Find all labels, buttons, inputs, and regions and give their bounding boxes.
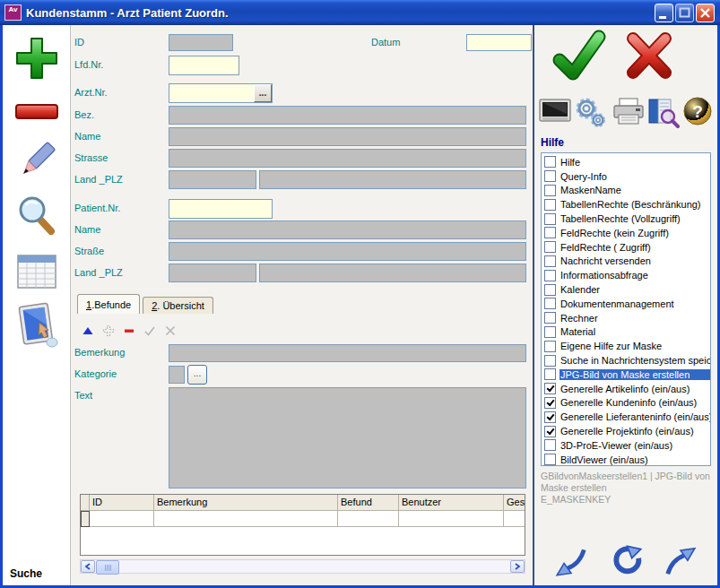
cancel-button-large[interactable] <box>622 30 676 82</box>
navigate-back-button[interactable] <box>554 543 588 579</box>
delete-record-button[interactable] <box>3 99 70 125</box>
checkbox[interactable] <box>544 227 556 238</box>
grid-column-header[interactable]: Benutzer <box>399 495 504 511</box>
grid-row-selector[interactable] <box>81 511 90 527</box>
checkbox[interactable] <box>544 341 556 352</box>
grid-cell[interactable] <box>504 511 525 527</box>
checkbox[interactable] <box>544 426 556 437</box>
grid-column-header[interactable]: Befund <box>338 495 399 511</box>
help-item[interactable]: FeldRechte ( Zugriff) <box>542 240 710 255</box>
help-item[interactable]: BildViewer (ein/aus) <box>542 453 710 466</box>
help-item[interactable]: Nachricht versenden <box>542 255 710 269</box>
checkbox[interactable] <box>544 312 556 324</box>
scrollbar-thumb[interactable] <box>96 560 119 575</box>
checkbox[interactable] <box>544 170 556 182</box>
kategorie-lookup-button[interactable]: ... <box>187 365 207 385</box>
patient-strasse-label: Straße <box>74 246 104 256</box>
grid-cell[interactable] <box>338 511 399 527</box>
help-item[interactable]: Kalender <box>542 282 710 297</box>
add-record-button[interactable] <box>3 34 70 82</box>
checkbox[interactable] <box>544 355 556 367</box>
app-icon-text: Av <box>9 5 18 13</box>
list-view-button[interactable] <box>3 250 70 293</box>
minimize-button[interactable] <box>655 4 673 22</box>
help-icon: ? <box>681 95 714 127</box>
grid-cell[interactable] <box>90 511 154 527</box>
checkbox[interactable] <box>544 199 556 211</box>
grid-cell[interactable] <box>154 511 338 527</box>
help-item[interactable]: Generelle Kundeninfo (ein/aus) <box>542 396 710 411</box>
edit-record-button[interactable] <box>3 138 70 183</box>
help-item[interactable]: 3D-ProE-Viewer (ein/aus) <box>542 438 710 453</box>
arzt-land-plz-label: Land _PLZ <box>74 174 123 185</box>
help-item[interactable]: Query-Info <box>542 169 710 184</box>
checkbox[interactable] <box>544 255 556 267</box>
checkbox[interactable] <box>544 213 556 225</box>
checkbox[interactable] <box>544 454 556 465</box>
checkbox[interactable] <box>544 270 556 281</box>
help-item[interactable]: Dokumentenmanagement <box>542 297 710 311</box>
grid-column-header[interactable]: Bemerkung <box>154 495 338 511</box>
scroll-left-button[interactable] <box>81 560 95 573</box>
checkbox[interactable] <box>544 383 556 394</box>
refresh-button[interactable] <box>608 543 644 579</box>
help-item[interactable]: TabellenRechte (Beschränkung) <box>542 197 710 212</box>
screen-button[interactable] <box>538 97 572 127</box>
lfdnr-field[interactable] <box>169 56 239 75</box>
title-bar[interactable]: Av Kundenstamm - Arzt Patient Zuordn. <box>0 0 720 25</box>
arrow-forward-icon <box>664 544 698 578</box>
checkbox[interactable] <box>544 284 556 296</box>
close-button[interactable] <box>696 4 715 22</box>
delete-row-button[interactable] <box>123 324 135 337</box>
checkbox[interactable] <box>544 298 556 309</box>
scrollbar-track[interactable] <box>119 560 510 573</box>
help-item[interactable]: Rechner <box>542 311 710 325</box>
tab-uebersicht[interactable]: 2. Übersicht <box>143 297 213 314</box>
checkbox[interactable] <box>544 368 556 380</box>
search-record-button[interactable] <box>3 194 70 238</box>
help-item[interactable]: JPG-Bild von Maske erstellen <box>542 368 710 382</box>
tab-befunde[interactable]: 1.Befunde <box>77 294 140 314</box>
scroll-right-button[interactable] <box>510 560 525 573</box>
help-item[interactable]: Eigene Hilfe zur Maske <box>542 339 710 353</box>
checkbox[interactable] <box>544 185 556 196</box>
patientnr-field[interactable] <box>169 200 272 218</box>
checkbox[interactable] <box>544 326 556 338</box>
help-item[interactable]: FeldRechte (kein Zugriff) <box>542 226 710 240</box>
print-button[interactable] <box>612 97 646 127</box>
right-panel: ? Hilfe HilfeQuery-InfoMaskenNameTabelle… <box>533 25 717 585</box>
grid-horizontal-scrollbar[interactable] <box>80 559 525 574</box>
help-item[interactable]: Suche in Nachrichtensystem speich <box>542 353 710 368</box>
settings-button[interactable] <box>572 95 608 129</box>
checkbox[interactable] <box>544 439 556 451</box>
datum-field[interactable] <box>466 34 532 51</box>
help-item[interactable]: Informationsabfrage <box>542 268 710 282</box>
ok-button[interactable] <box>551 30 606 82</box>
grid-row[interactable] <box>81 511 525 527</box>
select-screen-icon <box>13 301 61 351</box>
document-search-button[interactable] <box>646 95 680 129</box>
select-screen-button[interactable] <box>3 301 70 351</box>
kategorie-field <box>169 366 185 384</box>
grid-column-header[interactable]: ID <box>90 495 154 511</box>
grid-cell[interactable] <box>399 511 504 527</box>
help-item[interactable]: Generelle Artikelinfo (ein/aus) <box>542 382 710 396</box>
help-item[interactable]: Material <box>542 325 710 340</box>
help-item[interactable]: Generelle Lieferanteninfo (ein/aus) <box>542 410 710 424</box>
help-item[interactable]: Generelle Projektinfo (ein/aus) <box>542 424 710 438</box>
grid-column-header[interactable]: Ges <box>504 495 525 511</box>
checkbox[interactable] <box>544 241 556 253</box>
arztnr-field[interactable] <box>169 84 254 102</box>
navigate-forward-button[interactable] <box>664 543 698 579</box>
checkbox[interactable] <box>544 397 556 409</box>
help-item[interactable]: MaskenName <box>542 184 710 198</box>
arztnr-lookup-button[interactable]: ... <box>254 84 272 102</box>
checkbox[interactable] <box>544 411 556 423</box>
help-item[interactable]: Hilfe <box>542 155 710 169</box>
help-button[interactable]: ? <box>681 95 714 127</box>
maximize-button[interactable] <box>675 4 694 22</box>
arrow-back-icon <box>554 544 588 578</box>
checkbox[interactable] <box>544 156 556 168</box>
sort-ascending-button[interactable] <box>82 324 94 337</box>
help-item[interactable]: TabellenRechte (Vollzugriff) <box>542 212 710 226</box>
